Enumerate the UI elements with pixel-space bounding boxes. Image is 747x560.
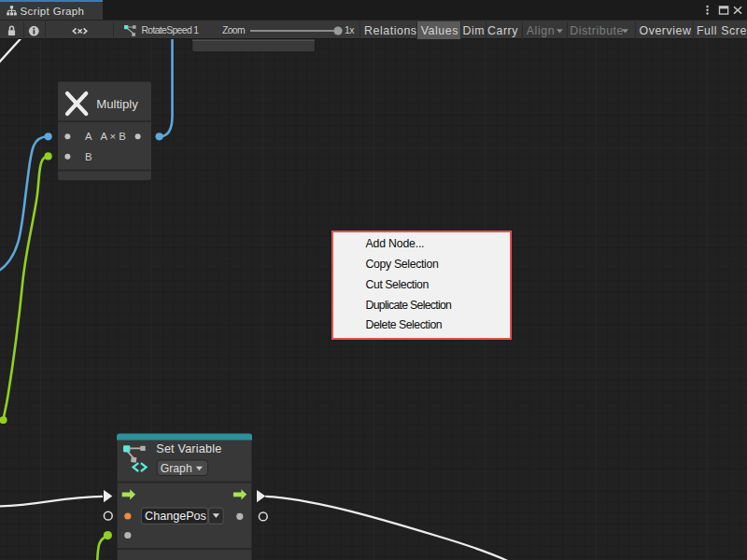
svg-text:Graph: Graph	[161, 462, 192, 475]
svg-text:ChangePos: ChangePos	[145, 510, 206, 523]
svg-text:Multiply: Multiply	[96, 97, 138, 111]
svg-text:A: A	[85, 131, 92, 142]
svg-text:A × B: A × B	[101, 131, 126, 142]
svg-text:Set Variable: Set Variable	[156, 442, 221, 455]
svg-text:B: B	[85, 151, 92, 162]
